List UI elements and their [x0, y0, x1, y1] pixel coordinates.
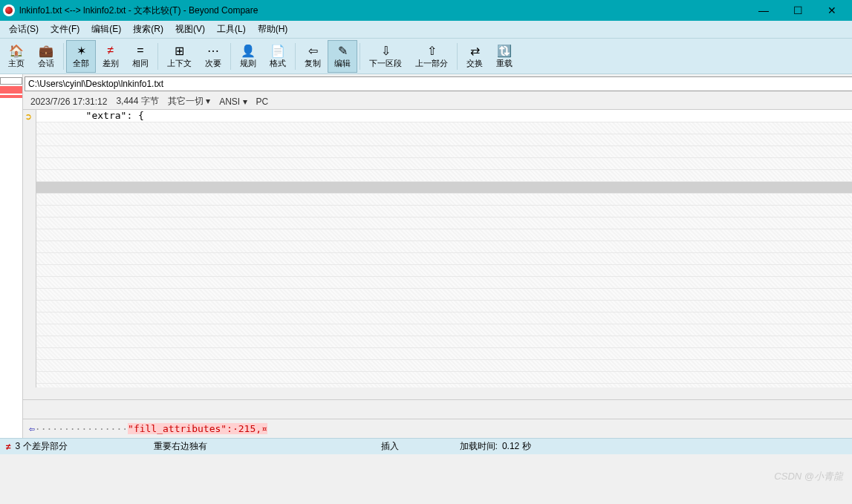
left-pane[interactable]: "extra": { "DISTRIBUTED_LINK_TRACKER_BLO… [36, 110, 852, 387]
code-line[interactable] [36, 217, 852, 229]
toolbar-separator [63, 43, 64, 70]
toolbar-separator [230, 43, 231, 70]
toolbar-规则-button[interactable]: 👤规则 [233, 40, 263, 73]
code-line[interactable] [36, 324, 852, 336]
toolbar-交换-button[interactable]: ⇄交换 [460, 40, 490, 73]
toolbar-label: 次要 [205, 58, 221, 69]
left-timestamp: 2023/7/26 17:31:12 [30, 96, 107, 107]
toolbar-label: 交换 [466, 58, 483, 69]
overview-diff-swatch [0, 86, 22, 94]
maximize-button[interactable]: ☐ [781, 0, 815, 21]
merge-line-row[interactable]: ⇦ ················ "fill_attributes": ·2… [23, 419, 852, 438]
code-line[interactable] [36, 240, 852, 252]
titlebar: lnkinfo1.txt <--> lnkinfo2.txt - 文本比较(T)… [0, 0, 852, 21]
left-platform: PC [256, 96, 269, 107]
toolbar-全部-button[interactable]: ✶全部 [66, 40, 96, 73]
toolbar-icon: 🔃 [497, 43, 512, 58]
left-size: 3,444 字节 [116, 95, 158, 108]
code-line[interactable] [36, 300, 852, 312]
main-area: ▾ 📂 ▾ 💾 ▾ 📂 ▾ 💾 2023/7/26 17:31:12 3,444… [0, 74, 852, 438]
window-title: lnkinfo1.txt <--> lnkinfo2.txt - 文本比较(T)… [19, 4, 747, 17]
overview-swatch [0, 77, 22, 85]
code-line[interactable] [36, 264, 852, 276]
menu-item[interactable]: 视图(V) [169, 21, 211, 38]
code-line[interactable] [36, 181, 852, 193]
toolbar: 🏠主页💼会话✶全部≠差别=相同⊞上下文⋯次要👤规则📄格式⇦复制✎编辑⇩下一区段⇧… [0, 39, 852, 74]
diff-count: 3 个差异部分 [16, 440, 90, 453]
menu-item[interactable]: 帮助(H) [252, 21, 294, 38]
code-line[interactable] [36, 288, 852, 300]
code-line[interactable] [36, 193, 852, 205]
toolbar-下一区段-button[interactable]: ⇩下一区段 [362, 40, 409, 73]
toolbar-label: 会话 [38, 58, 54, 69]
toolbar-separator [295, 43, 296, 70]
toolbar-编辑-button[interactable]: ✎编辑 [328, 40, 357, 73]
code-line[interactable]: "extra": { [36, 110, 852, 122]
toolbar-icon: ≠ [108, 43, 114, 58]
minimize-button[interactable]: — [747, 0, 781, 21]
toolbar-相同-button[interactable]: =相同 [126, 40, 155, 73]
bottom-info-row: 12: 13 默认文本 [23, 399, 852, 419]
code-line[interactable] [36, 134, 852, 145]
left-path-cell: ▾ 📂 ▾ 💾 [23, 74, 852, 94]
code-line[interactable] [36, 157, 852, 169]
toolbar-差别-button[interactable]: ≠差别 [96, 40, 126, 73]
menu-item[interactable]: 会话(S) [3, 21, 45, 38]
toolbar-次要-button[interactable]: ⋯次要 [198, 40, 228, 73]
code-line[interactable] [36, 336, 852, 347]
app-icon [3, 4, 15, 16]
left-info: 2023/7/26 17:31:12 3,444 字节 其它一切 ▾ ANSI … [23, 94, 852, 109]
toolbar-label: 差别 [103, 58, 119, 69]
load-label: 加载时间: [460, 440, 498, 453]
toolbar-icon: ✶ [77, 43, 86, 58]
merge-dots: ················ [35, 423, 128, 434]
thumbnail-column[interactable] [0, 74, 23, 438]
close-button[interactable]: ✕ [815, 0, 849, 21]
toolbar-上一部分-button[interactable]: ⇧上一部分 [409, 40, 455, 73]
left-other-dropdown[interactable]: 其它一切 [168, 96, 204, 106]
toolbar-icon: 🏠 [9, 43, 24, 58]
menu-item[interactable]: 搜索(R) [127, 21, 169, 38]
code-line[interactable] [36, 276, 852, 288]
toolbar-label: 重载 [496, 58, 513, 69]
code-line[interactable] [36, 312, 852, 324]
code-line[interactable] [36, 359, 852, 371]
left-hscroll[interactable] [23, 387, 852, 399]
code-line[interactable] [36, 229, 852, 240]
load-time: 0.12 秒 [502, 440, 531, 453]
menu-item[interactable]: 编辑(E) [85, 21, 127, 38]
code-line[interactable] [36, 383, 852, 387]
toolbar-会话-button[interactable]: 💼会话 [31, 40, 61, 73]
toolbar-icon: = [137, 43, 143, 58]
code-line[interactable] [36, 122, 852, 134]
code-line[interactable] [36, 145, 852, 157]
code-line[interactable] [36, 347, 852, 359]
toolbar-格式-button[interactable]: 📄格式 [263, 40, 293, 73]
menu-item[interactable]: 工具(L) [211, 21, 252, 38]
insert-mode: 插入 [381, 440, 455, 453]
toolbar-icon: ⇩ [381, 43, 391, 58]
toolbar-上下文-button[interactable]: ⊞上下文 [160, 40, 198, 73]
compare-panes: ▾ 📂 ▾ 💾 ▾ 📂 ▾ 💾 2023/7/26 17:31:12 3,444… [23, 74, 852, 438]
toolbar-重载-button[interactable]: 🔃重载 [490, 40, 519, 73]
toolbar-icon: 👤 [241, 43, 256, 58]
path-row: ▾ 📂 ▾ 💾 ▾ 📂 ▾ 💾 [23, 74, 852, 94]
toolbar-主页-button[interactable]: 🏠主页 [1, 40, 31, 73]
code-line[interactable] [36, 169, 852, 181]
toolbar-label: 格式 [270, 58, 286, 69]
left-encoding-dropdown[interactable]: ANSI [219, 96, 240, 107]
code-line[interactable] [36, 371, 852, 383]
merge-arrow-icon: ⇦ [29, 423, 35, 434]
menu-item[interactable]: 文件(F) [45, 21, 85, 38]
toolbar-label: 规则 [240, 58, 256, 69]
toolbar-label: 全部 [73, 58, 89, 69]
toolbar-icon: ⇧ [427, 43, 437, 58]
toolbar-复制-button[interactable]: ⇦复制 [298, 40, 328, 73]
marker-arrow-icon: ➲ [23, 110, 36, 123]
code-line[interactable] [36, 252, 852, 264]
toolbar-label: 主页 [8, 58, 25, 69]
window-controls: — ☐ ✕ [747, 0, 849, 21]
left-path-input[interactable] [25, 76, 852, 91]
toolbar-icon: ⇦ [308, 43, 318, 58]
code-line[interactable] [36, 205, 852, 217]
